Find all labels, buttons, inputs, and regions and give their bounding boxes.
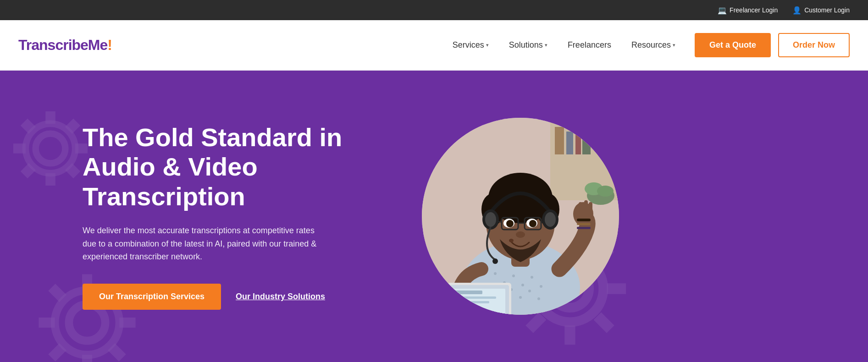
nav-services-label: Services	[453, 40, 484, 50]
chevron-down-icon: ▾	[673, 42, 675, 48]
svg-line-7	[69, 167, 77, 175]
svg-point-69	[485, 212, 496, 227]
svg-point-43	[512, 274, 515, 277]
logo-exclaim: !	[107, 37, 112, 53]
nav-services[interactable]: Services ▾	[444, 36, 497, 55]
logo[interactable]: TranscribeMe!	[18, 37, 112, 54]
laptop-icon: 💻	[718, 6, 727, 15]
svg-point-41	[494, 272, 497, 275]
user-circle-icon: 👤	[792, 6, 802, 15]
hero-person-image	[422, 118, 619, 315]
svg-rect-83	[455, 291, 482, 294]
svg-rect-84	[455, 296, 496, 299]
svg-point-0	[36, 134, 66, 164]
chevron-down-icon: ▾	[486, 42, 489, 48]
svg-point-71	[545, 212, 556, 227]
svg-rect-78	[577, 223, 591, 225]
hero-section: The Gold Standard in Audio & Video Trans…	[0, 71, 868, 362]
transcription-services-button[interactable]: Our Transcription Services	[83, 284, 221, 310]
nav-solutions-label: Solutions	[509, 40, 543, 50]
svg-point-60	[529, 220, 536, 227]
hero-image-container	[422, 118, 619, 315]
svg-point-51	[537, 297, 540, 300]
freelancer-login-label: Freelancer Login	[730, 6, 778, 14]
main-nav: Services ▾ Solutions ▾ Freelancers Resou…	[444, 33, 850, 57]
top-bar: 💻 Freelancer Login 👤 Customer Login	[0, 0, 868, 20]
header: TranscribeMe! Services ▾ Solutions ▾ Fre…	[0, 20, 868, 71]
svg-point-1	[26, 124, 75, 173]
nav-freelancers-label: Freelancers	[568, 40, 611, 50]
svg-point-59	[506, 220, 514, 227]
svg-point-66	[516, 231, 525, 238]
svg-line-6	[24, 122, 32, 130]
nav-resources-label: Resources	[631, 40, 671, 50]
chevron-down-icon: ▾	[545, 42, 547, 48]
nav-freelancers[interactable]: Freelancers	[559, 36, 619, 55]
svg-line-16	[52, 287, 63, 298]
svg-rect-76	[589, 202, 592, 215]
logo-text: TranscribeMe!	[18, 37, 112, 54]
industry-solutions-button[interactable]: Our Industry Solutions	[236, 292, 325, 302]
svg-rect-77	[577, 219, 591, 221]
svg-point-46	[540, 285, 542, 288]
svg-line-27	[597, 316, 611, 329]
customer-login-link[interactable]: 👤 Customer Login	[792, 6, 850, 15]
hero-title: The Gold Standard in Audio & Video Trans…	[83, 123, 385, 211]
gear-icon-1	[9, 107, 92, 190]
svg-line-17	[111, 347, 122, 358]
freelancer-login-link[interactable]: 💻 Freelancer Login	[718, 6, 778, 15]
hero-subtitle: We deliver the most accurate transcripti…	[83, 224, 321, 263]
svg-line-29	[530, 316, 543, 329]
customer-login-label: Customer Login	[804, 6, 850, 14]
nav-resources[interactable]: Resources ▾	[623, 36, 684, 55]
svg-point-49	[519, 296, 522, 299]
hero-buttons: Our Transcription Services Our Industry …	[83, 284, 385, 310]
svg-point-67	[509, 239, 514, 242]
svg-point-72	[492, 258, 498, 264]
hero-content: The Gold Standard in Audio & Video Trans…	[83, 123, 385, 310]
svg-rect-85	[455, 301, 489, 303]
logo-transcribeme: TranscribeMe	[18, 37, 107, 53]
svg-point-50	[528, 290, 531, 292]
person-svg	[422, 118, 619, 315]
svg-line-8	[69, 122, 77, 130]
nav-solutions[interactable]: Solutions ▾	[501, 36, 556, 55]
svg-rect-74	[579, 202, 582, 215]
svg-point-44	[521, 284, 524, 286]
get-quote-button[interactable]: Get a Quote	[695, 33, 771, 57]
svg-rect-75	[584, 200, 588, 215]
svg-line-19	[52, 347, 63, 358]
svg-line-9	[24, 167, 32, 175]
order-now-button[interactable]: Order Now	[778, 33, 850, 57]
svg-rect-79	[577, 227, 591, 229]
svg-point-45	[531, 276, 533, 279]
